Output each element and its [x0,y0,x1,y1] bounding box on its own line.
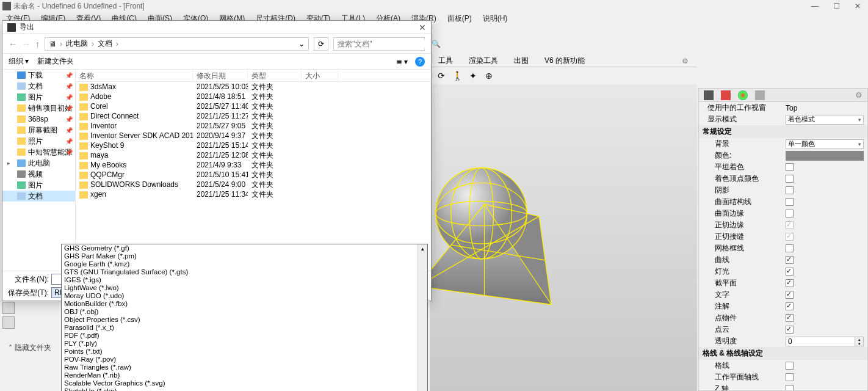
file-row[interactable]: Direct Connect2021/1/25 11:27文件夹 [76,111,431,121]
tree-item[interactable]: 368sp📌 [2,114,75,125]
tree-item[interactable]: 下载📌 [2,70,75,81]
file-row[interactable]: My eBooks2021/4/9 9:33文件夹 [76,160,431,170]
ribbon-tab[interactable]: 出图 [512,54,531,67]
tree-item[interactable]: 照片📌 [2,136,75,147]
folder-tree[interactable]: 下载📌文档📌图片📌销售项目初始📌368sp📌屏幕截图📌照片📌中知智慧能源📌▸此电… [2,70,76,271]
checkbox[interactable] [786,175,794,183]
column-type[interactable]: 类型 [248,70,302,81]
sparkle-icon[interactable]: ✦ [468,70,479,81]
walk-icon[interactable]: 🚶 [452,70,463,81]
target-icon[interactable]: ⊕ [483,70,494,81]
chevron-down-icon[interactable]: ⌄ [298,40,305,48]
checkbox[interactable] [786,291,794,299]
dropdown-scrollbar[interactable]: ▴ ▾ [418,244,427,391]
material-tab-icon[interactable] [721,90,731,100]
checkbox[interactable] [786,314,794,322]
savetype-option[interactable]: Scalable Vector Graphics (*.svg) [62,379,427,387]
tree-item[interactable]: ▸此电脑 [2,158,75,169]
refresh-button[interactable]: ⟳ [314,37,328,51]
file-row[interactable]: xgen2021/1/25 11:34文件夹 [76,189,431,199]
checkbox[interactable] [786,268,794,276]
column-date[interactable]: 修改日期 [193,70,248,81]
checkbox[interactable] [786,210,794,217]
nav-up-icon[interactable]: ↑ [35,39,40,49]
menu-item[interactable]: 说明(H) [479,12,512,25]
tree-item[interactable]: 屏幕截图📌 [2,125,75,136]
file-row[interactable]: Inventor2021/5/27 9:05文件夹 [76,121,431,131]
tree-item[interactable]: 文档📌 [2,81,75,92]
savetype-option[interactable]: SketchUp (*.skp) [62,387,427,391]
organize-button[interactable]: 组织 ▾ [9,56,29,67]
tree-item[interactable]: 图片📌 [2,92,75,103]
file-row[interactable]: 3dsMax2021/5/25 10:03文件夹 [76,82,431,92]
savetype-option[interactable]: LightWave (*.lwo) [62,284,427,292]
savetype-option[interactable]: PLY (*.ply) [62,340,427,348]
file-list[interactable]: 名称 修改日期 类型 大小 3dsMax2021/5/25 10:03文件夹Ad… [76,70,431,271]
savetype-option[interactable]: OBJ (*.obj) [62,308,427,316]
file-row[interactable]: KeyShot 92021/1/25 15:14文件夹 [76,141,431,150]
new-folder-button[interactable]: 新建文件夹 [37,56,74,67]
select[interactable]: 着色模式▾ [786,115,864,125]
rotate-icon[interactable]: ⟳ [436,70,447,81]
tree-item[interactable]: 视频 [2,169,75,180]
view-options-icon[interactable]: ≣ ▾ [396,57,408,66]
gear-icon[interactable]: ⚙ [855,90,863,100]
savetype-option[interactable]: RenderMan (*.rib) [62,371,427,379]
tree-item[interactable]: 文档 [2,191,75,202]
tree-item[interactable]: 中知智慧能源📌 [2,147,75,158]
tree-item[interactable]: 销售项目初始📌 [2,103,75,114]
savetype-option[interactable]: PDF (*.pdf) [62,332,427,340]
scroll-up-icon[interactable]: ▴ [418,244,427,253]
checkbox[interactable] [786,326,794,334]
savetype-option[interactable]: GTS (GNU Triangulated Surface) (*.gts) [62,268,427,276]
color-swatch[interactable] [786,151,864,161]
number-input[interactable]: 0 [786,337,855,346]
minimize-button[interactable]: — [811,2,819,10]
hide-folders-link[interactable]: ˄ 隐藏文件夹 [9,291,51,391]
checkbox[interactable] [786,302,794,310]
checkbox[interactable] [786,373,794,381]
gear-icon[interactable]: ⚙ [679,56,691,67]
savetype-option[interactable]: IGES (*.igs) [62,276,427,284]
checkbox[interactable] [786,198,794,206]
tree-item[interactable]: 图片 [2,180,75,191]
ribbon-tab[interactable]: 工具 [436,54,455,67]
savetype-option[interactable]: GHS Geometry (*.gf) [62,244,427,252]
close-button[interactable]: ✕ [855,2,861,10]
breadcrumb-part[interactable]: 此电脑 [66,38,88,49]
ribbon-tab[interactable]: V6 的新功能 [542,54,587,67]
savetype-option[interactable]: Points (*.txt) [62,348,427,356]
file-row[interactable]: QQPCMgr2021/5/10 15:41文件夹 [76,170,431,180]
savetype-option[interactable]: Parasolid (*.x_t) [62,324,427,332]
search-icon[interactable]: 🔍 [432,40,441,48]
savetype-option[interactable]: Raw Triangles (*.raw) [62,364,427,371]
checkbox[interactable] [786,256,794,264]
file-row[interactable]: maya2021/1/25 12:08文件夹 [76,150,431,160]
savetype-option[interactable]: GHS Part Maker (*.pm) [62,252,427,260]
maximize-button[interactable]: ☐ [833,2,840,10]
savetype-dropdown[interactable]: GHS Geometry (*.gf)GHS Part Maker (*.pm)… [61,244,428,391]
file-row[interactable]: SOLIDWORKS Downloads2021/5/24 9:00文件夹 [76,180,431,189]
search-box[interactable]: 🔍 [333,37,425,51]
close-icon[interactable]: ✕ [419,23,426,32]
checkbox[interactable] [786,244,794,252]
savetype-option[interactable]: Object Properties (*.csv) [62,316,427,324]
render-tab-icon[interactable] [738,90,748,100]
file-row[interactable]: Inventor Server SDK ACAD 20182020/9/14 9… [76,131,431,141]
savetype-option[interactable]: MotionBuilder (*.fbx) [62,300,427,308]
search-input[interactable] [338,40,429,48]
checkbox[interactable] [786,362,794,370]
breadcrumb-part[interactable]: 文档 [98,38,112,49]
nav-back-icon[interactable]: ← [9,39,17,49]
checkbox[interactable] [786,279,794,287]
viewport-3d[interactable] [430,84,697,391]
spinner[interactable]: ▴▾ [855,337,864,346]
ribbon-tab[interactable]: 渲染工具 [466,54,501,67]
menu-item[interactable]: 面板(P) [444,12,476,25]
checkbox[interactable] [786,385,794,390]
file-row[interactable]: Adobe2021/4/8 18:51文件夹 [76,92,431,101]
column-size[interactable]: 大小 [302,70,338,81]
breadcrumb[interactable]: 🖥 › 此电脑 › 文档 › ⌄ [45,37,309,51]
savetype-option[interactable]: Google Earth (*.kmz) [62,260,427,268]
checkbox[interactable] [786,163,794,171]
